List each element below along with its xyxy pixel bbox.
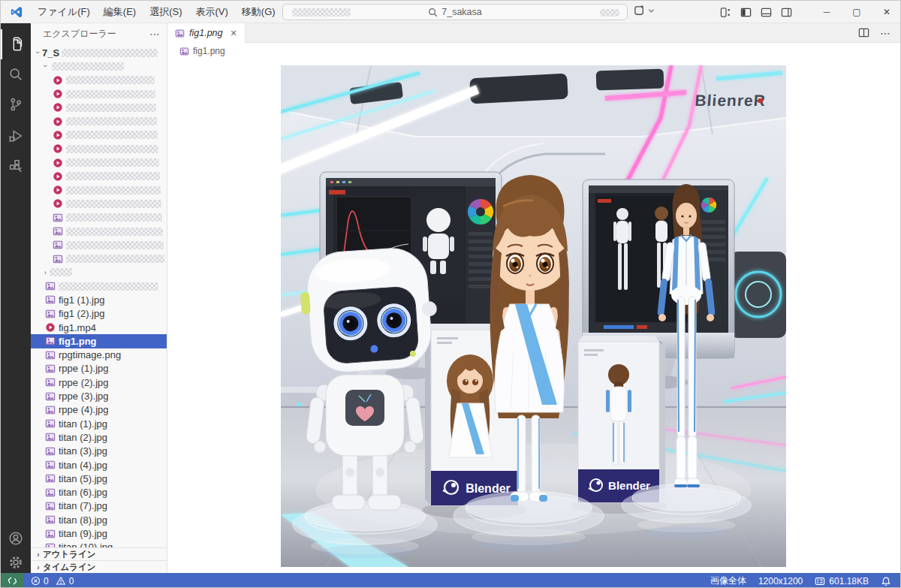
run-debug-icon[interactable] bbox=[1, 121, 31, 151]
tree-item-redacted-image[interactable] bbox=[31, 238, 167, 252]
tree-item-redacted-video[interactable] bbox=[31, 142, 167, 155]
outline-section[interactable]: ›アウトライン bbox=[31, 547, 167, 560]
tab-label: fig1.png bbox=[189, 28, 222, 38]
tree-item-titan-4-jpg[interactable]: titan (4).jpg bbox=[31, 458, 167, 472]
tree-item-redacted-image[interactable] bbox=[31, 252, 167, 265]
image-type-indicator[interactable]: 601.18KB bbox=[815, 576, 869, 586]
window-maximize-button[interactable]: ▢ bbox=[842, 1, 872, 23]
image-file-icon bbox=[45, 309, 56, 319]
tree-item-redacted-video[interactable] bbox=[31, 101, 167, 114]
tree-item-titan-2-jpg[interactable]: titan (2).jpg bbox=[31, 430, 167, 444]
timeline-section[interactable]: ›タイムライン bbox=[31, 560, 167, 573]
tree-item-fig1-mp4[interactable]: fig1.mp4 bbox=[31, 321, 167, 334]
redacted-text bbox=[66, 228, 163, 236]
tree-item-titan-5-jpg[interactable]: titan (5).jpg bbox=[31, 472, 167, 485]
redacted-text bbox=[66, 117, 157, 125]
toggle-panel-icon[interactable] bbox=[761, 7, 772, 18]
tree-subfolder[interactable]: › bbox=[31, 59, 167, 73]
tree-item-titan-3-jpg[interactable]: titan (3).jpg bbox=[31, 445, 167, 458]
tab-close-icon[interactable]: ✕ bbox=[230, 29, 237, 38]
image-zoom-mode[interactable]: 画像全体 bbox=[710, 574, 746, 587]
toggle-secondary-sidebar-icon[interactable] bbox=[781, 7, 792, 18]
tree-item-titan-7-jpg[interactable]: titan (7).jpg bbox=[31, 499, 167, 513]
redacted-text bbox=[66, 255, 164, 263]
tree-item-redacted-video[interactable] bbox=[31, 128, 167, 142]
tree-item-redacted-image[interactable] bbox=[31, 211, 167, 225]
redacted-text bbox=[66, 213, 162, 222]
tree-item-redacted-video[interactable] bbox=[31, 74, 167, 87]
errors-icon bbox=[31, 576, 41, 586]
image-preview-canvas[interactable]: BlienreR bbox=[281, 65, 786, 567]
wall-brand-text: BlienreR bbox=[695, 92, 767, 109]
image-file-icon bbox=[45, 460, 56, 470]
tree-item-redacted-video[interactable] bbox=[31, 155, 167, 169]
menu-file[interactable]: ファイル(F) bbox=[31, 4, 97, 20]
sidebar-more-icon[interactable]: ⋯ bbox=[149, 28, 161, 40]
command-center-search[interactable]: 7_sakasa bbox=[282, 4, 628, 20]
tree-item-rppe-3-jpg[interactable]: rppe (3).jpg bbox=[31, 389, 167, 403]
copilot-icon bbox=[634, 5, 646, 17]
redacted-text bbox=[66, 90, 155, 98]
tree-item-titan-6-jpg[interactable]: titan (6).jpg bbox=[31, 486, 167, 499]
image-file-icon bbox=[45, 446, 56, 457]
mini-color-wheel bbox=[701, 198, 716, 213]
menu-go[interactable]: 移動(G) bbox=[235, 4, 282, 20]
tree-item-fig1-2-jpg[interactable]: fig1 (2).jpg bbox=[31, 307, 167, 321]
video-file-icon bbox=[53, 185, 63, 195]
tree-item-fig1-png[interactable]: fig1.png bbox=[31, 334, 167, 348]
breadcrumb[interactable]: fig1.png bbox=[167, 43, 901, 59]
problems-indicator[interactable]: 0 0 bbox=[31, 576, 74, 586]
search-view-icon[interactable] bbox=[1, 59, 31, 89]
tree-item-redacted-image[interactable] bbox=[31, 225, 167, 238]
explorer-icon[interactable] bbox=[1, 29, 31, 59]
extensions-icon[interactable] bbox=[1, 151, 31, 181]
tree-item-titan-8-jpg[interactable]: titan (8).jpg bbox=[31, 513, 167, 526]
tree-item-fig1-1-jpg[interactable]: fig1 (1).jpg bbox=[31, 293, 167, 306]
split-editor-icon[interactable] bbox=[858, 27, 869, 38]
image-file-icon bbox=[179, 47, 189, 56]
tree-item-rppe-2-jpg[interactable]: rppe (2).jpg bbox=[31, 375, 167, 389]
tree-item-rpgtimage-png[interactable]: rpgtimage.png bbox=[31, 348, 167, 362]
redacted-text bbox=[66, 158, 159, 167]
notifications-bell-icon[interactable] bbox=[881, 576, 891, 586]
video-file-icon bbox=[53, 171, 63, 182]
warnings-count: 0 bbox=[69, 576, 74, 586]
copilot-menu-button[interactable] bbox=[634, 5, 655, 17]
customize-layout-icon[interactable] bbox=[720, 7, 731, 18]
tree-item-titan-10-jpg[interactable]: titan (10).jpg bbox=[31, 541, 167, 547]
tree-item-rppe-4-jpg[interactable]: rppe (4).jpg bbox=[31, 403, 167, 417]
tree-item-redacted-video[interactable] bbox=[31, 87, 167, 101]
image-dimensions[interactable]: 1200x1200 bbox=[758, 576, 803, 586]
menu-edit[interactable]: 編集(E) bbox=[97, 4, 143, 20]
file-label: fig1 (2).jpg bbox=[59, 308, 104, 319]
tree-item-redacted-folder[interactable]: › bbox=[31, 266, 167, 279]
image-file-icon bbox=[45, 294, 56, 305]
editor-more-actions-icon[interactable]: ⋯ bbox=[880, 27, 891, 39]
video-file-icon bbox=[53, 75, 63, 86]
explorer-sidebar: エクスプローラー ⋯ › 7_S › ›fig1 (1).jpgfig1 (2)… bbox=[31, 23, 167, 573]
tree-item-redacted-image[interactable] bbox=[31, 279, 167, 293]
tree-item-redacted-video[interactable] bbox=[31, 197, 167, 210]
redacted-text bbox=[66, 172, 160, 180]
menu-view[interactable]: 表示(V) bbox=[189, 4, 235, 20]
image-file-icon bbox=[45, 418, 56, 429]
window-close-button[interactable]: ✕ bbox=[872, 1, 901, 23]
redacted-text bbox=[66, 186, 161, 194]
remote-indicator[interactable] bbox=[1, 573, 23, 588]
video-file-icon bbox=[53, 89, 63, 99]
tree-item-titan-9-jpg[interactable]: titan (9).jpg bbox=[31, 526, 167, 540]
tab-fig1-png[interactable]: fig1.png ✕ bbox=[167, 23, 246, 43]
toggle-primary-sidebar-icon[interactable] bbox=[740, 7, 752, 18]
redacted-text bbox=[66, 104, 156, 112]
tree-item-titan-1-jpg[interactable]: titan (1).jpg bbox=[31, 417, 167, 430]
tree-root-folder[interactable]: › 7_S bbox=[31, 46, 167, 59]
source-control-icon[interactable] bbox=[1, 89, 31, 119]
image-file-icon bbox=[53, 213, 63, 223]
tree-item-rppe-1-jpg[interactable]: rppe (1).jpg bbox=[31, 362, 167, 375]
tree-item-redacted-video[interactable] bbox=[31, 170, 167, 183]
tree-item-redacted-video[interactable] bbox=[31, 183, 167, 197]
tree-item-redacted-video[interactable] bbox=[31, 114, 167, 128]
menu-selection[interactable]: 選択(S) bbox=[143, 4, 188, 20]
video-file-icon bbox=[53, 116, 63, 127]
window-minimize-button[interactable]: ─ bbox=[812, 1, 842, 23]
